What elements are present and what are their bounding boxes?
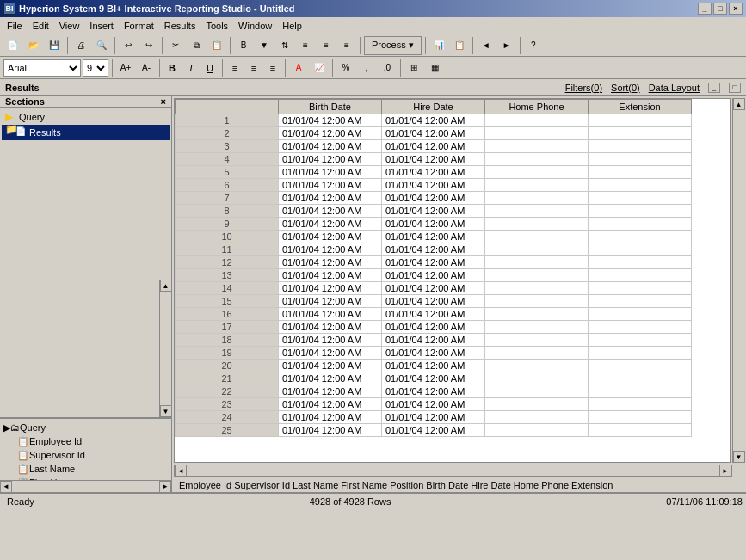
table-cell[interactable] <box>485 424 589 437</box>
table-cell[interactable]: 01/01/04 12:00 AM <box>279 347 382 360</box>
table-cell[interactable]: 01/01/04 12:00 AM <box>382 218 485 231</box>
bold-button[interactable]: B <box>234 36 253 55</box>
table-cell[interactable] <box>485 321 589 334</box>
table-cell[interactable] <box>589 282 692 295</box>
borders-button[interactable]: ⊞ <box>404 58 423 77</box>
table-cell[interactable]: 01/01/04 12:00 AM <box>382 372 485 385</box>
save-button[interactable]: 💾 <box>45 36 64 55</box>
table-cell[interactable] <box>485 360 589 372</box>
query-tree[interactable]: ▶🗂 Query 📋 Employee Id 📋 Supervisor Id 📋… <box>0 417 171 480</box>
table-cell[interactable]: 01/01/04 12:00 AM <box>382 205 485 218</box>
redo-button[interactable]: ↪ <box>139 36 158 55</box>
table-cell[interactable]: 01/01/04 12:00 AM <box>382 256 485 269</box>
table-cell[interactable]: 01/01/04 12:00 AM <box>382 166 485 179</box>
table-cell[interactable]: 01/01/04 12:00 AM <box>279 140 382 153</box>
open-button[interactable]: 📂 <box>24 36 43 55</box>
table-cell[interactable]: 01/01/04 12:00 AM <box>279 179 382 192</box>
size-select[interactable]: 9 <box>83 59 108 77</box>
table-cell[interactable]: 01/01/04 12:00 AM <box>382 269 485 282</box>
grid-scroll-left[interactable]: ◄ <box>175 465 187 477</box>
left-hscrollbar[interactable]: ◄ ► <box>0 480 171 492</box>
align-center-format-button[interactable]: ≡ <box>245 59 262 77</box>
sections-tree[interactable]: ▶📁 Query 📄 Results <box>0 108 171 280</box>
font-select[interactable]: Arial <box>3 59 81 77</box>
sections-scrollbar[interactable]: ▲ ▼ <box>159 280 171 417</box>
help-button[interactable]: ? <box>524 36 543 55</box>
copy-button[interactable]: ⧉ <box>187 36 206 55</box>
fill-button[interactable]: ▦ <box>425 58 444 77</box>
table-cell[interactable]: 01/01/04 12:00 AM <box>279 308 382 321</box>
table-cell[interactable]: 01/01/04 12:00 AM <box>382 140 485 153</box>
table-cell[interactable] <box>589 243 692 256</box>
table-cell[interactable] <box>485 256 589 269</box>
table-cell[interactable] <box>589 385 692 398</box>
table-cell[interactable] <box>589 308 692 321</box>
prev-button[interactable]: ◄ <box>477 36 496 55</box>
print-preview-button[interactable]: 🔍 <box>92 36 111 55</box>
menu-help[interactable]: Help <box>277 19 307 33</box>
table-cell[interactable]: 01/01/04 12:00 AM <box>279 282 382 295</box>
scroll-up-arrow[interactable]: ▲ <box>160 280 172 292</box>
table-cell[interactable]: 01/01/04 12:00 AM <box>382 243 485 256</box>
table-cell[interactable] <box>485 347 589 360</box>
table-cell[interactable]: 01/01/04 12:00 AM <box>382 424 485 437</box>
align-left-button[interactable]: ≡ <box>296 36 315 55</box>
table-cell[interactable]: 01/01/04 12:00 AM <box>279 321 382 334</box>
table-cell[interactable] <box>485 218 589 231</box>
table-cell[interactable] <box>589 269 692 282</box>
grid-scroll-down[interactable]: ▼ <box>733 451 745 463</box>
table-cell[interactable] <box>589 153 692 166</box>
print-button[interactable]: 🖨 <box>71 36 90 55</box>
col-birth-date[interactable]: Birth Date <box>279 100 382 114</box>
scroll-right-arrow[interactable]: ► <box>159 481 171 493</box>
table-cell[interactable] <box>485 411 589 424</box>
minimize-button[interactable]: _ <box>698 3 712 15</box>
menu-edit[interactable]: Edit <box>28 19 54 33</box>
table-cell[interactable]: 01/01/04 12:00 AM <box>279 218 382 231</box>
table-cell[interactable] <box>589 334 692 347</box>
table-cell[interactable]: 01/01/04 12:00 AM <box>279 166 382 179</box>
table-cell[interactable]: 01/01/04 12:00 AM <box>279 153 382 166</box>
table-cell[interactable] <box>589 321 692 334</box>
table-cell[interactable] <box>589 424 692 437</box>
table-cell[interactable] <box>485 127 589 140</box>
table-cell[interactable] <box>589 218 692 231</box>
table-cell[interactable]: 01/01/04 12:00 AM <box>382 114 485 127</box>
table-cell[interactable] <box>589 347 692 360</box>
data-layout-action[interactable]: Data Layout <box>649 83 700 93</box>
table-cell[interactable]: 01/01/04 12:00 AM <box>279 269 382 282</box>
table-cell[interactable]: 01/01/04 12:00 AM <box>382 321 485 334</box>
query-tree-root[interactable]: ▶🗂 Query <box>2 421 170 434</box>
restore-button[interactable]: □ <box>713 3 727 15</box>
undo-button[interactable]: ↩ <box>119 36 138 55</box>
table-cell[interactable]: 01/01/04 12:00 AM <box>382 398 485 411</box>
table-cell[interactable]: 01/01/04 12:00 AM <box>279 192 382 205</box>
table-cell[interactable] <box>485 192 589 205</box>
table-cell[interactable] <box>589 295 692 308</box>
table-cell[interactable]: 01/01/04 12:00 AM <box>382 308 485 321</box>
results-maximize-button[interactable]: □ <box>729 83 741 93</box>
grid-hscrollbar[interactable]: ◄ ► <box>174 465 732 477</box>
table-cell[interactable] <box>485 114 589 127</box>
table-cell[interactable]: 01/01/04 12:00 AM <box>279 398 382 411</box>
next-button[interactable]: ► <box>497 36 516 55</box>
table-cell[interactable] <box>589 231 692 243</box>
table-cell[interactable]: 01/01/04 12:00 AM <box>382 153 485 166</box>
scroll-left-arrow[interactable]: ◄ <box>0 481 12 493</box>
table-cell[interactable]: 01/01/04 12:00 AM <box>279 114 382 127</box>
table-cell[interactable]: 01/01/04 12:00 AM <box>382 295 485 308</box>
table-cell[interactable] <box>589 411 692 424</box>
query-item-employee-id[interactable]: 📋 Employee Id <box>2 434 170 448</box>
table-cell[interactable] <box>589 205 692 218</box>
table-cell[interactable] <box>485 205 589 218</box>
paste-button[interactable]: 📋 <box>207 36 226 55</box>
table-cell[interactable] <box>485 153 589 166</box>
table-cell[interactable]: 01/01/04 12:00 AM <box>279 334 382 347</box>
align-right-button[interactable]: ≡ <box>337 36 356 55</box>
cut-button[interactable]: ✂ <box>166 36 185 55</box>
table-cell[interactable]: 01/01/04 12:00 AM <box>279 256 382 269</box>
filter-button[interactable]: ▼ <box>255 36 274 55</box>
table-cell[interactable]: 01/01/04 12:00 AM <box>279 205 382 218</box>
table-cell[interactable] <box>589 166 692 179</box>
menu-format[interactable]: Format <box>119 19 159 33</box>
